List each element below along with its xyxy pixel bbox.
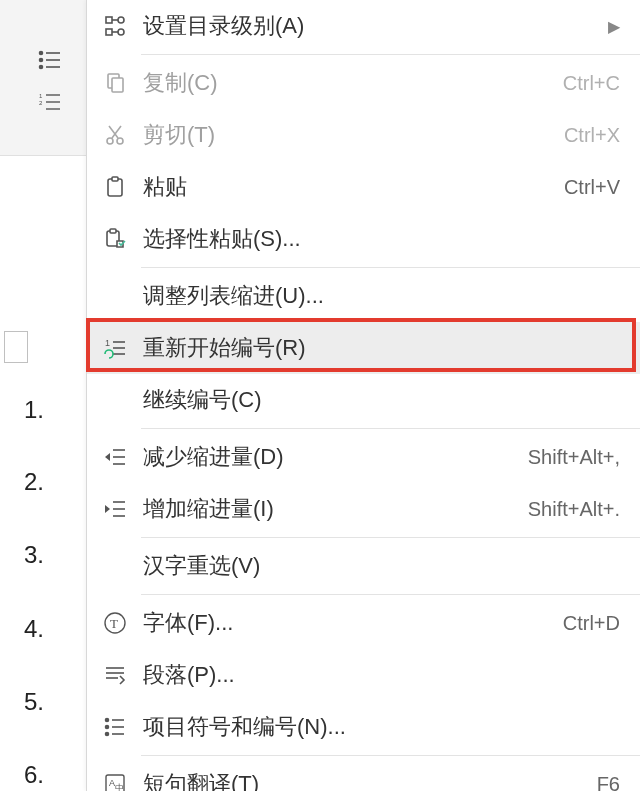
menu-shortcut: Shift+Alt+. <box>528 498 620 521</box>
list-number: 4. <box>24 615 44 643</box>
menu-cut[interactable]: 剪切(T) Ctrl+X <box>87 109 640 161</box>
blank-icon <box>101 282 129 310</box>
svg-rect-24 <box>112 177 118 181</box>
translate-icon: A中 <box>101 770 129 791</box>
menu-label: 短句翻译(T) <box>143 769 597 791</box>
menu-separator <box>141 267 640 268</box>
list-number: 6. <box>24 761 44 789</box>
menu-label: 继续编号(C) <box>143 385 620 415</box>
svg-point-46 <box>106 733 109 736</box>
svg-point-0 <box>40 52 43 55</box>
menu-separator <box>141 428 640 429</box>
insertion-marker <box>4 331 28 363</box>
svg-point-14 <box>118 29 124 35</box>
menu-shortcut: Ctrl+V <box>564 176 620 199</box>
menu-separator <box>141 594 640 595</box>
menu-label: 字体(F)... <box>143 608 563 638</box>
menu-copy[interactable]: 复制(C) Ctrl+C <box>87 57 640 109</box>
menu-restart-numbering[interactable]: 1 重新开始编号(R) <box>87 322 640 374</box>
menu-bullets-numbering[interactable]: 项目符号和编号(N)... <box>87 701 640 753</box>
svg-point-42 <box>106 719 109 722</box>
svg-point-44 <box>106 726 109 729</box>
menu-shortcut: Ctrl+D <box>563 612 620 635</box>
decrease-indent-icon <box>101 443 129 471</box>
svg-point-2 <box>40 59 43 62</box>
svg-rect-12 <box>106 29 112 35</box>
svg-point-20 <box>117 138 123 144</box>
blank-icon <box>101 386 129 414</box>
menu-set-toc-level[interactable]: 设置目录级别(A) ▶ <box>87 0 640 52</box>
svg-point-19 <box>107 138 113 144</box>
increase-indent-icon <box>101 495 129 523</box>
menu-label: 选择性粘贴(S)... <box>143 224 620 254</box>
menu-separator <box>141 755 640 756</box>
list-number: 3. <box>24 541 44 569</box>
menu-adjust-list-indent[interactable]: 调整列表缩进(U)... <box>87 270 640 322</box>
svg-text:T: T <box>110 616 118 631</box>
cut-icon <box>101 121 129 149</box>
submenu-chevron-icon: ▶ <box>608 17 620 36</box>
menu-label: 设置目录级别(A) <box>143 11 608 41</box>
list-number: 2. <box>24 468 44 496</box>
svg-text:1: 1 <box>105 338 110 348</box>
menu-increase-indent[interactable]: 增加缩进量(I) Shift+Alt+. <box>87 483 640 535</box>
svg-text:2: 2 <box>39 100 43 106</box>
menu-continue-numbering[interactable]: 继续编号(C) <box>87 374 640 426</box>
bullets-numbering-icon <box>101 713 129 741</box>
menu-label: 剪切(T) <box>143 120 564 150</box>
toolbar-numbered-list-icon[interactable]: 12 <box>38 92 64 116</box>
menu-shortcut: Ctrl+C <box>563 72 620 95</box>
menu-label: 项目符号和编号(N)... <box>143 712 620 742</box>
toc-level-icon <box>101 12 129 40</box>
menu-shortcut: Ctrl+X <box>564 124 620 147</box>
paragraph-icon <box>101 661 129 689</box>
menu-font[interactable]: T 字体(F)... Ctrl+D <box>87 597 640 649</box>
menu-label: 调整列表缩进(U)... <box>143 281 620 311</box>
menu-paste[interactable]: 粘贴 Ctrl+V <box>87 161 640 213</box>
list-number: 1. <box>24 396 44 424</box>
context-menu: 设置目录级别(A) ▶ 复制(C) Ctrl+C 剪切(T) Ctrl+X 粘贴… <box>86 0 640 791</box>
menu-label: 复制(C) <box>143 68 563 98</box>
menu-shortcut: Shift+Alt+, <box>528 446 620 469</box>
document-area: 1. 2. 3. 4. 5. 6. <box>0 156 86 791</box>
menu-label: 粘贴 <box>143 172 564 202</box>
svg-rect-26 <box>110 229 116 233</box>
menu-shortcut: F6 <box>597 773 620 792</box>
svg-rect-11 <box>106 17 112 23</box>
menu-paste-special[interactable]: 选择性粘贴(S)... <box>87 213 640 265</box>
menu-label: 增加缩进量(I) <box>143 494 528 524</box>
menu-paragraph[interactable]: 段落(P)... <box>87 649 640 701</box>
paste-special-icon <box>101 225 129 253</box>
menu-label: 段落(P)... <box>143 660 620 690</box>
paste-icon <box>101 173 129 201</box>
blank-icon <box>101 552 129 580</box>
svg-text:1: 1 <box>39 93 43 99</box>
svg-text:中: 中 <box>115 783 124 791</box>
svg-point-13 <box>118 17 124 23</box>
menu-separator <box>141 537 640 538</box>
restart-numbering-icon: 1 <box>101 334 129 362</box>
menu-separator <box>141 54 640 55</box>
menu-phrase-translate[interactable]: A中 短句翻译(T) F6 <box>87 758 640 791</box>
toolbar-fragment: 12 <box>0 0 86 156</box>
menu-chinese-reselect[interactable]: 汉字重选(V) <box>87 540 640 592</box>
font-icon: T <box>101 609 129 637</box>
toolbar-list-icon[interactable] <box>38 50 64 74</box>
svg-point-4 <box>40 66 43 69</box>
menu-label: 减少缩进量(D) <box>143 442 528 472</box>
copy-icon <box>101 69 129 97</box>
list-number: 5. <box>24 688 44 716</box>
svg-rect-18 <box>112 78 123 92</box>
menu-label: 重新开始编号(R) <box>143 333 620 363</box>
menu-label: 汉字重选(V) <box>143 551 620 581</box>
menu-decrease-indent[interactable]: 减少缩进量(D) Shift+Alt+, <box>87 431 640 483</box>
